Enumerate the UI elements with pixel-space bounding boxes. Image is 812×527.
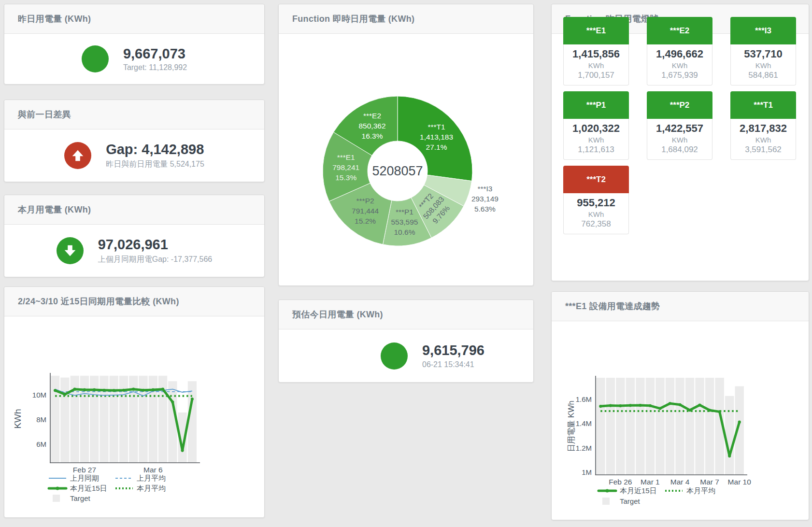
y-axis-label: 日用電量 KWh (567, 400, 575, 452)
card-title: 與前一日差異 (4, 100, 264, 129)
metric-value: 97,026,961 (98, 237, 213, 253)
card-title: ***E1 設備用電達成趨勢 (552, 292, 809, 321)
arrow-down-icon (57, 237, 84, 264)
svg-text:Feb 26: Feb 26 (609, 478, 632, 486)
status-tile-P2: ***P21,422,557KWh1,684,092 (647, 91, 712, 160)
svg-text:Mar 4: Mar 4 (670, 478, 690, 486)
arrow-up-icon (64, 142, 91, 169)
target-bar (666, 378, 674, 475)
legend-item-Target[interactable]: Target (53, 494, 91, 502)
target-bar (188, 381, 197, 463)
target-bar (646, 378, 655, 475)
status-tile-E2: ***E21,496,662KWh1,675,939 (647, 17, 712, 85)
tile-unit: KWh (564, 136, 628, 144)
tile-unit: KWh (647, 136, 712, 144)
legend-item-上月同期[interactable]: 上月同期 (49, 474, 99, 482)
svg-text:Mar 10: Mar 10 (728, 478, 752, 486)
realtime-donut-chart[interactable]: ***T11,413,18327.1%***I3293,1495.63%***T… (279, 34, 532, 286)
svg-text:本月平均: 本月平均 (137, 484, 166, 492)
card-status-lights: Function 昨日用電燈號 ***E11,415,856KWh1,700,1… (551, 4, 809, 281)
tile-unit: KWh (731, 61, 796, 70)
card-month-usage: 本月用電量 (KWh) 97,026,961 上個月同期用電Gap: -17,3… (4, 195, 265, 277)
svg-text:8M: 8M (36, 415, 46, 424)
card-compare-chart: 2/24~3/10 近15日同期用電量比較 (KWh) 6M8M10MFeb 2… (4, 286, 265, 518)
target-bar (596, 378, 605, 475)
tile-status-header: ***E1 (563, 17, 629, 44)
tile-body: 1,020,322KWh1,121,613 (563, 119, 629, 160)
tile-unit: KWh (647, 61, 712, 70)
svg-text:本月近15日: 本月近15日 (70, 484, 107, 492)
tile-target: 762,358 (564, 219, 628, 229)
svg-text:5208057: 5208057 (372, 164, 423, 178)
tile-value: 1,020,322 (564, 122, 628, 135)
tile-target: 1,700,157 (564, 71, 628, 80)
svg-text:Mar 7: Mar 7 (700, 478, 719, 486)
svg-text:Target: Target (70, 494, 91, 502)
svg-text:1.4M: 1.4M (576, 419, 592, 427)
donut-slice-label: ***I3293,1495.63% (471, 185, 499, 213)
tile-body: 1,496,662KWh1,675,939 (647, 44, 712, 85)
metric-subtitle: 昨日與前日用電量 5,524,175 (106, 159, 204, 170)
tile-body: 537,710KWh584,861 (730, 44, 796, 85)
tile-status-header: ***I3 (730, 17, 796, 44)
svg-text:Target: Target (620, 497, 641, 505)
svg-text:Mar 6: Mar 6 (143, 466, 163, 474)
target-bar (655, 378, 664, 475)
dashboard: 昨日用電量 (KWh) 9,667,073 Target: 11,128,992… (0, 0, 812, 527)
realtime-donut-canvas[interactable]: ***T11,413,18327.1%***I3293,1495.63%***T… (279, 34, 532, 285)
tile-target: 1,675,939 (647, 71, 712, 80)
tile-status-header: ***E2 (647, 17, 712, 44)
metric-body: 9,615,796 06-21 15:34:41 (305, 329, 560, 382)
metric-body: 9,667,073 Target: 11,128,992 (4, 34, 264, 84)
target-bar (626, 378, 635, 475)
tile-value: 2,817,832 (731, 122, 796, 135)
legend-item-本月平均[interactable]: 本月平均 (115, 484, 166, 492)
card-title: 預估今日用電量 (KWh) (279, 300, 533, 329)
target-bar (725, 396, 734, 475)
card-title: 昨日用電量 (KWh) (4, 4, 264, 34)
tile-target: 1,684,092 (647, 145, 712, 155)
svg-text:本月平均: 本月平均 (686, 486, 715, 495)
metric-subtitle: 06-21 15:34:41 (422, 360, 484, 369)
target-bar (636, 378, 644, 475)
tile-status-header: ***P1 (563, 91, 629, 119)
trend_chart-canvas[interactable]: 1M1.2M1.4M1.6MFeb 26Mar 1Mar 4Mar 7Mar 1… (552, 321, 808, 518)
status-tile-T1: ***T12,817,832KWh3,591,562 (730, 91, 796, 160)
tile-value: 1,496,662 (647, 48, 712, 60)
legend-item-本月平均[interactable]: 本月平均 (665, 486, 715, 495)
target-bar (51, 376, 59, 463)
metric-body: 97,026,961 上個月同期用電Gap: -17,377,566 (4, 225, 264, 277)
tile-unit: KWh (731, 136, 796, 144)
svg-text:上月同期: 上月同期 (70, 474, 99, 482)
e1-trend-chart[interactable]: 1M1.2M1.4M1.6MFeb 26Mar 1Mar 4Mar 7Mar 1… (552, 321, 808, 520)
legend-item-Target[interactable]: Target (602, 497, 641, 505)
svg-text:1.6M: 1.6M (576, 395, 592, 403)
card-realtime-donut: Function 即時日用電量 (KWh) ***T11,413,18327.1… (278, 4, 534, 286)
legend-item-本月近15日[interactable]: 本月近15日 (49, 484, 107, 492)
y-axis-label: KWh (13, 409, 23, 428)
compare-chart[interactable]: 6M8M10MFeb 27Mar 6KWh上月同期上月平均本月近15日本月平均T… (4, 316, 263, 518)
status-circle-icon (381, 342, 408, 370)
svg-text:本月近15日: 本月近15日 (620, 486, 657, 495)
target-bar (695, 378, 704, 475)
tile-target: 3,591,562 (731, 145, 796, 155)
status-circle-icon (82, 45, 109, 72)
card-yesterday-usage: 昨日用電量 (KWh) 9,667,073 Target: 11,128,992 (4, 4, 265, 85)
status-tile-T2: ***T2955,212KWh762,358 (563, 166, 629, 234)
legend-item-上月平均[interactable]: 上月平均 (115, 474, 166, 482)
tile-value: 1,422,557 (647, 122, 712, 135)
card-e1-trend-chart: ***E1 設備用電達成趨勢 1M1.2M1.4M1.6MFeb 26Mar 1… (551, 291, 809, 520)
legend-item-本月近15日[interactable]: 本月近15日 (598, 486, 657, 495)
tile-value: 1,415,856 (564, 48, 628, 60)
target-bar (110, 376, 118, 463)
card-today-estimate: 預估今日用電量 (KWh) 9,615,796 06-21 15:34:41 (278, 299, 534, 383)
target-bar (705, 378, 714, 475)
card-title: 本月用電量 (KWh) (4, 195, 264, 225)
tile-body: 955,212KWh762,358 (563, 193, 629, 234)
lights-grid: ***E11,415,856KWh1,700,157***E21,496,662… (552, 4, 809, 281)
target-bar (616, 378, 625, 475)
compare_chart-canvas[interactable]: 6M8M10MFeb 27Mar 6KWh上月同期上月平均本月近15日本月平均T… (4, 316, 263, 516)
target-bar (675, 378, 684, 475)
status-tile-P1: ***P11,020,322KWh1,121,613 (563, 91, 629, 160)
status-tile-I3: ***I3537,710KWh584,861 (730, 17, 796, 85)
